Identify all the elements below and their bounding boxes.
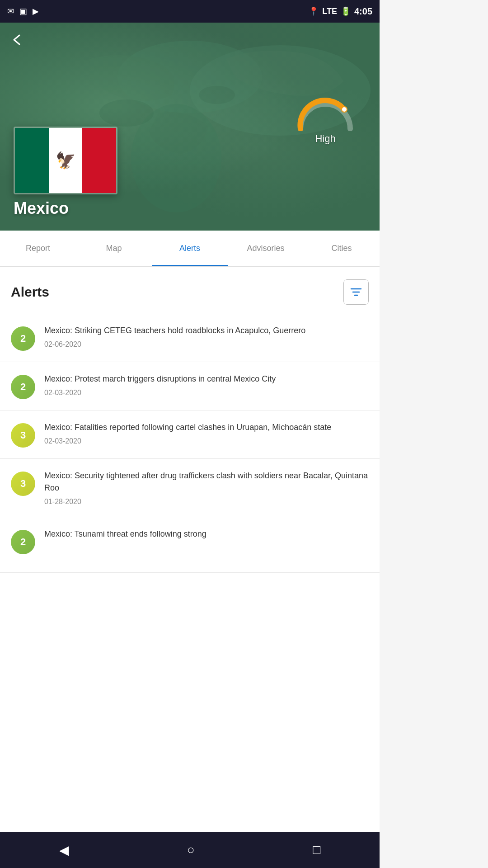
severity-number: 3 (20, 478, 26, 490)
nav-back-button[interactable]: ◀ (46, 838, 83, 862)
lte-icon: LTE (322, 7, 337, 16)
alert-title: Mexico: Protest march triggers disruptio… (44, 373, 369, 385)
hero-section: 🦅 High Mexico (0, 23, 380, 231)
risk-level-label: High (315, 133, 335, 145)
back-button[interactable] (7, 30, 27, 50)
tab-map-label: Map (106, 244, 122, 253)
alert-content: Mexico: Security tightened after drug tr… (44, 470, 369, 506)
alert-list: 2 Mexico: Striking CETEG teachers hold r… (0, 314, 380, 573)
status-time: 4:05 (354, 6, 372, 17)
tab-report-label: Report (26, 244, 50, 253)
flag-red-strip (82, 128, 116, 193)
alert-content: Mexico: Fatalities reported following ca… (44, 421, 369, 445)
alert-date: 02-06-2020 (44, 340, 369, 349)
alert-item[interactable]: 3 Mexico: Fatalities reported following … (0, 410, 380, 459)
content-area: Alerts 2 Mexico: Striking CETEG teachers… (0, 267, 380, 854)
alert-title: Mexico: Striking CETEG teachers hold roa… (44, 325, 369, 337)
tab-map[interactable]: Map (76, 231, 152, 266)
sd-card-icon: ▣ (19, 6, 27, 16)
filter-icon (350, 286, 362, 298)
alert-date: 02-03-2020 (44, 389, 369, 397)
gauge-svg (294, 95, 357, 131)
alert-item[interactable]: 2 Mexico: Striking CETEG teachers hold r… (0, 314, 380, 362)
tab-cities[interactable]: Cities (304, 231, 380, 266)
alert-date: 01-28-2020 (44, 498, 369, 506)
nav-recents-button[interactable]: □ (299, 838, 334, 862)
alert-content: Mexico: Tsunami threat ends following st… (44, 528, 369, 544)
alerts-header: Alerts (0, 267, 380, 314)
severity-badge: 3 (11, 423, 35, 448)
tab-bar: Report Map Alerts Advisories Cities (0, 231, 380, 267)
flag-mexico: 🦅 (15, 128, 116, 193)
severity-number: 2 (20, 333, 26, 344)
svg-point-4 (199, 86, 235, 104)
status-bar: ✉ ▣ ▶ 📍 LTE 🔋 4:05 (0, 0, 380, 23)
flag-green-strip (15, 128, 49, 193)
location-icon: 📍 (309, 6, 319, 16)
alert-content: Mexico: Protest march triggers disruptio… (44, 373, 369, 397)
nav-home-button[interactable]: ○ (174, 838, 208, 862)
country-name: Mexico (14, 199, 69, 218)
alert-item[interactable]: 2 Mexico: Protest march triggers disrupt… (0, 362, 380, 410)
alert-title: Mexico: Security tightened after drug tr… (44, 470, 369, 494)
severity-badge: 3 (11, 472, 35, 496)
battery-icon: 🔋 (341, 6, 351, 16)
tab-alerts-label: Alerts (179, 244, 200, 253)
status-bar-right-icons: 📍 LTE 🔋 4:05 (309, 6, 372, 17)
alert-content: Mexico: Striking CETEG teachers hold roa… (44, 325, 369, 349)
alert-item[interactable]: 2 Mexico: Tsunami threat ends following … (0, 517, 380, 573)
tab-report[interactable]: Report (0, 231, 76, 266)
alert-title: Mexico: Tsunami threat ends following st… (44, 528, 369, 540)
severity-number: 2 (20, 536, 26, 548)
country-flag: 🦅 (14, 127, 117, 194)
mail-icon: ✉ (7, 6, 14, 16)
filter-button[interactable] (343, 279, 369, 305)
alert-title: Mexico: Fatalities reported following ca… (44, 421, 369, 434)
flag-emblem: 🦅 (56, 151, 76, 170)
tab-advisories[interactable]: Advisories (228, 231, 304, 266)
nav-bar: ◀ ○ □ (0, 832, 380, 868)
risk-gauge: High (294, 95, 357, 145)
tab-advisories-label: Advisories (247, 244, 284, 253)
alert-date: 02-03-2020 (44, 437, 369, 445)
flag-white-strip: 🦅 (49, 128, 83, 193)
alerts-section-title: Alerts (11, 284, 49, 300)
tab-cities-label: Cities (331, 244, 352, 253)
play-store-icon: ▶ (33, 6, 39, 16)
severity-number: 2 (20, 381, 26, 393)
status-bar-left-icons: ✉ ▣ ▶ (7, 6, 39, 16)
severity-badge: 2 (11, 326, 35, 351)
svg-point-5 (342, 107, 347, 112)
severity-number: 3 (20, 429, 26, 441)
alert-item[interactable]: 3 Mexico: Security tightened after drug … (0, 459, 380, 517)
severity-badge: 2 (11, 530, 35, 554)
severity-badge: 2 (11, 375, 35, 399)
tab-alerts[interactable]: Alerts (152, 231, 228, 266)
svg-point-3 (99, 99, 154, 127)
